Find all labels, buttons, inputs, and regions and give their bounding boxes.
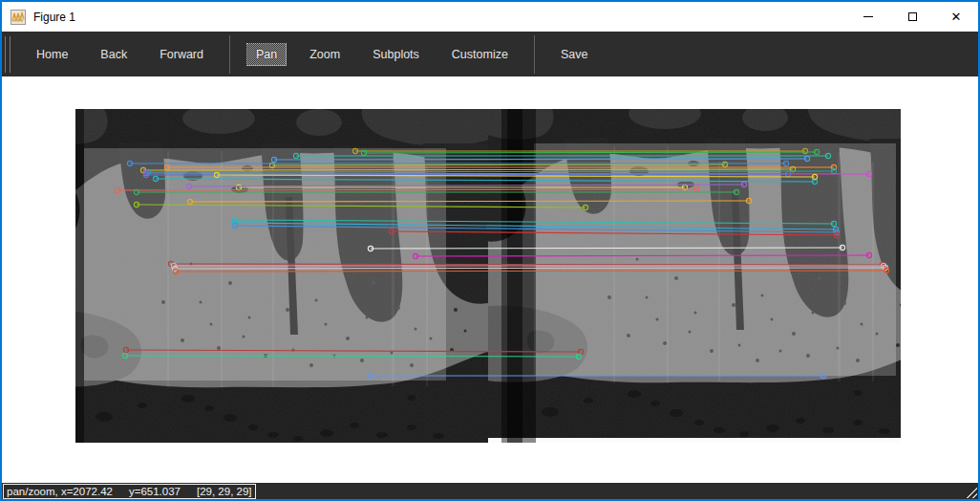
figure-canvas[interactable] [2,76,978,483]
close-button[interactable]: ✕ [934,2,978,32]
minimize-icon [863,16,873,17]
statusbar: pan/zoom, x=2072.42 y=651.037 [29, 29, 2… [2,483,978,499]
maximize-icon [908,12,917,21]
status-pixel-value: [29, 29, 29] [197,486,252,497]
toolbar-button-save[interactable]: Save [551,43,598,66]
status-y: y=651.037 [129,486,181,497]
toolbar-separator [229,35,230,74]
toolbar-button-back[interactable]: Back [91,43,137,66]
maximize-button[interactable] [890,2,934,32]
status-message: pan/zoom, x=2072.42 y=651.037 [29, 29, 2… [3,484,256,499]
toolbar-separator [534,35,535,74]
minimize-button[interactable] [846,2,890,32]
toolbar-items: HomeBackForwardPanZoomSubplotsCustomizeS… [20,32,604,76]
toolbar-button-customize[interactable]: Customize [442,43,518,66]
matplotlib-icon [11,10,26,25]
toolbar: HomeBackForwardPanZoomSubplotsCustomizeS… [2,32,978,76]
window-controls: ✕ [846,2,978,32]
left-edge-strip [75,109,84,443]
figure-image[interactable] [75,109,901,443]
toolbar-button-forward[interactable]: Forward [150,43,213,66]
titlebar[interactable]: Figure 1 ✕ [2,2,978,32]
status-mode-x: pan/zoom, x=2072.42 [7,486,113,497]
figure-window: Figure 1 ✕ HomeBackForwardPanZoomSubplot… [0,0,980,501]
window-title: Figure 1 [33,11,75,24]
toolbar-button-pan[interactable]: Pan [246,43,287,66]
toolbar-button-zoom[interactable]: Zoom [300,43,350,66]
close-icon: ✕ [951,11,962,23]
resize-grip[interactable] [964,485,977,498]
toolbar-button-subplots[interactable]: Subplots [363,43,429,66]
right-highlight-region [534,143,896,376]
toolbar-button-home[interactable]: Home [27,43,77,66]
toolbar-grip[interactable] [5,36,11,73]
